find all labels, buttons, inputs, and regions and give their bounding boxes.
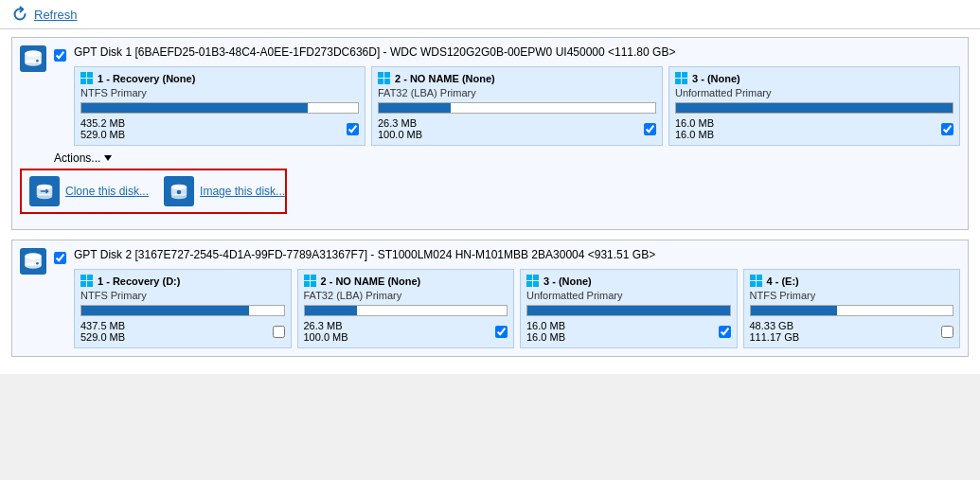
svg-rect-40	[757, 275, 762, 280]
clone-disk-icon	[29, 176, 60, 206]
disk1-p3-type: Unformatted Primary	[675, 87, 953, 98]
disk1-p1-type: NTFS Primary	[80, 87, 359, 98]
disk1-p1-title: 1 - Recovery (None)	[80, 72, 359, 85]
svg-rect-41	[750, 281, 756, 287]
disk1-title: GPT Disk 1 [6BAEFD25-01B3-48C4-A0EE-1FD2…	[74, 45, 960, 59]
clone-disk-label[interactable]: Clone this disk...	[65, 185, 149, 198]
disk1-p3-sizes: 16.0 MB 16.0 MB	[675, 117, 953, 140]
disk1-icon	[20, 45, 46, 72]
svg-rect-36	[533, 275, 539, 280]
svg-rect-11	[384, 79, 390, 84]
disk2-p4-title: 4 - (E:)	[750, 275, 954, 288]
disk2-p2-type: FAT32 (LBA) Primary	[304, 290, 508, 301]
disk1-partitions: 1 - Recovery (None) NTFS Primary 435.2 M…	[74, 66, 960, 146]
windows-icon-d3	[526, 275, 540, 288]
image-disk-action[interactable]: Image this disk...	[164, 176, 285, 206]
disk1-partition-1: 1 - Recovery (None) NTFS Primary 435.2 M…	[74, 66, 365, 146]
disk2-p1-title: 1 - Recovery (D:)	[80, 275, 285, 288]
svg-point-25	[25, 253, 42, 259]
windows-icon-d4	[750, 275, 763, 288]
disk1-actions-row: Actions...	[20, 146, 960, 169]
disk2-p2-checkbox[interactable]	[495, 326, 508, 338]
svg-rect-6	[80, 79, 86, 84]
svg-rect-4	[80, 72, 86, 78]
windows-icon	[80, 72, 94, 85]
disk2-p3-type: Unformatted Primary	[526, 290, 731, 301]
disk1-partition-2: 2 - NO NAME (None) FAT32 (LBA) Primary 2…	[371, 66, 663, 146]
disk2-p2-title: 2 - NO NAME (None)	[304, 275, 508, 288]
svg-rect-7	[87, 79, 93, 84]
disk2-p1-bar	[80, 305, 285, 316]
svg-point-2	[25, 50, 42, 57]
svg-point-18	[37, 185, 53, 190]
disk2-p4-type: NTFS Primary	[750, 290, 954, 301]
svg-rect-10	[378, 79, 383, 84]
disk1-card: GPT Disk 1 [6BAEFD25-01B3-48C4-A0EE-1FD2…	[11, 37, 969, 230]
disk2-p3-bar	[526, 305, 731, 316]
disk2-title: GPT Disk 2 [3167E727-2545-4D1A-99FD-7789…	[74, 248, 960, 261]
image-disk-label[interactable]: Image this disk...	[200, 185, 285, 198]
disk1-p2-checkbox[interactable]	[644, 123, 656, 135]
svg-rect-28	[87, 275, 93, 280]
svg-rect-13	[682, 72, 687, 78]
disk2-p2-sizes: 26.3 MB 100.0 MB	[304, 320, 508, 343]
svg-rect-14	[675, 79, 681, 84]
disk1-p1-bar	[80, 102, 359, 114]
main-content: GPT Disk 1 [6BAEFD25-01B3-48C4-A0EE-1FD2…	[0, 29, 980, 374]
disk1-checkbox[interactable]	[54, 49, 66, 62]
actions-dropdown-icon	[104, 155, 112, 161]
svg-rect-27	[80, 275, 86, 280]
svg-rect-8	[378, 72, 383, 78]
disk2-p3-title: 3 - (None)	[526, 275, 731, 288]
windows-icon-3	[675, 72, 688, 85]
disk2-p1-checkbox[interactable]	[273, 326, 285, 338]
svg-point-22	[177, 190, 182, 195]
svg-rect-9	[384, 72, 390, 78]
disk1-actions-button[interactable]: Actions...	[54, 151, 112, 165]
disk2-card: GPT Disk 2 [3167E727-2545-4D1A-99FD-7789…	[11, 240, 969, 357]
clone-disk-action[interactable]: Clone this disk...	[29, 176, 149, 206]
disk2-partition-3: 3 - (None) Unformatted Primary 16.0 MB 1…	[520, 269, 738, 348]
disk2-p1-type: NTFS Primary	[80, 290, 285, 301]
disk1-clone-image-row: Clone this disk... Image this disk...	[20, 169, 287, 214]
disk2-partition-4: 4 - (E:) NTFS Primary 48.33 GB 111.17 GB	[743, 269, 961, 348]
svg-point-21	[171, 185, 187, 190]
disk2-p4-bar	[750, 305, 954, 316]
refresh-icon	[11, 6, 28, 23]
disk1-p3-bar	[675, 102, 953, 114]
disk2-icon	[20, 248, 46, 275]
disk2-p4-checkbox[interactable]	[941, 326, 953, 338]
svg-rect-12	[675, 72, 681, 78]
svg-rect-31	[304, 275, 310, 280]
svg-rect-42	[757, 281, 762, 287]
svg-point-26	[36, 262, 39, 265]
disk1-p3-checkbox[interactable]	[941, 123, 953, 135]
svg-rect-34	[311, 281, 316, 287]
top-bar: Refresh	[0, 0, 980, 29]
windows-icon-2	[378, 72, 391, 85]
svg-rect-30	[87, 281, 93, 287]
disk2-partition-2: 2 - NO NAME (None) FAT32 (LBA) Primary 2…	[297, 269, 515, 348]
svg-rect-33	[304, 281, 310, 287]
disk2-p1-sizes: 437.5 MB 529.0 MB	[80, 320, 285, 343]
disk2-p3-checkbox[interactable]	[719, 326, 731, 338]
svg-rect-29	[80, 281, 86, 287]
disk2-partitions: 1 - Recovery (D:) NTFS Primary 437.5 MB …	[74, 269, 960, 348]
svg-rect-38	[533, 281, 539, 287]
windows-icon-d2	[304, 275, 317, 288]
disk1-p2-type: FAT32 (LBA) Primary	[378, 87, 656, 98]
svg-rect-37	[526, 281, 532, 287]
disk1-p1-checkbox[interactable]	[347, 123, 359, 135]
disk2-checkbox[interactable]	[54, 252, 66, 264]
disk1-p2-title: 2 - NO NAME (None)	[378, 72, 656, 85]
disk1-p3-title: 3 - (None)	[675, 72, 953, 85]
disk2-partition-1: 1 - Recovery (D:) NTFS Primary 437.5 MB …	[74, 269, 292, 348]
windows-icon-d1	[80, 275, 94, 288]
disk2-p2-bar	[304, 305, 508, 316]
image-disk-icon	[164, 176, 194, 206]
svg-rect-15	[682, 79, 687, 84]
disk2-p3-sizes: 16.0 MB 16.0 MB	[526, 320, 731, 343]
svg-rect-32	[311, 275, 316, 280]
refresh-button[interactable]: Refresh	[34, 8, 78, 22]
disk2-p4-sizes: 48.33 GB 111.17 GB	[750, 320, 954, 343]
